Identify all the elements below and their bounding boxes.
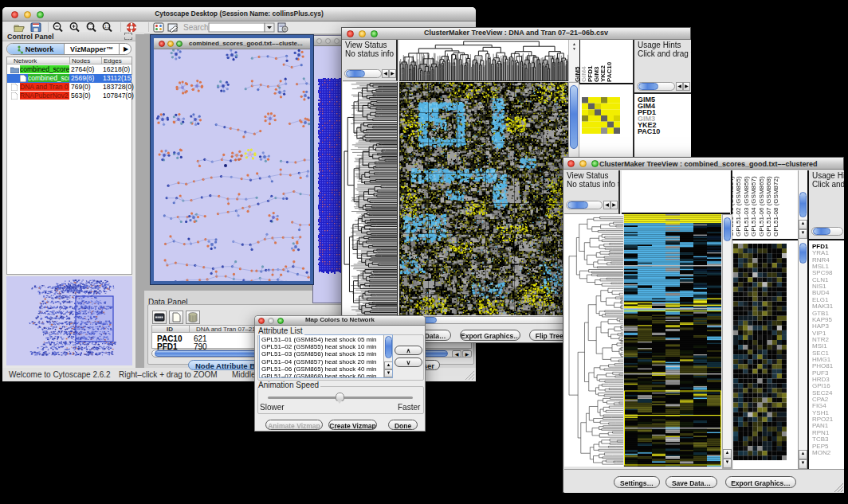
svg-text:1:1: 1:1	[104, 25, 110, 29]
svg-text:Search:: Search:	[183, 23, 210, 32]
